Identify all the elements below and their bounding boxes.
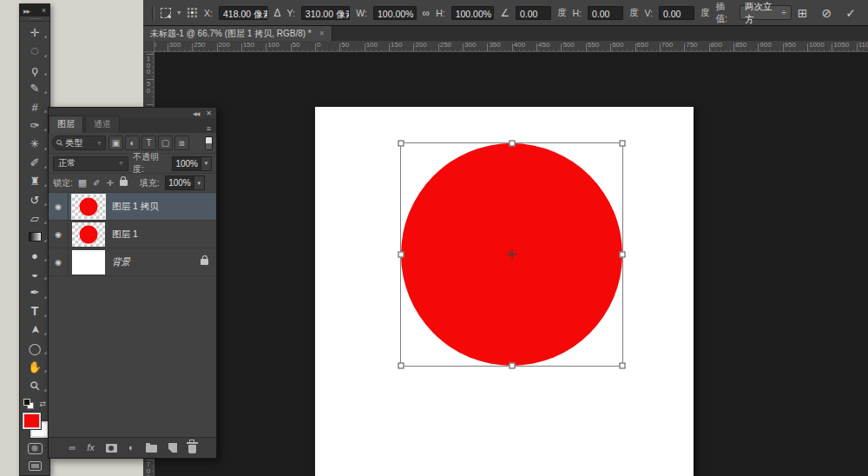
tab-close-icon[interactable]: × [319,29,325,38]
transform-handle-e[interactable] [620,252,626,258]
layer-row[interactable]: ◉背景 [49,248,216,276]
transform-handle-w[interactable] [398,252,404,258]
foreground-color-swatch[interactable] [23,413,41,429]
transform-handle-n[interactable] [509,141,515,147]
document-tab[interactable]: 未标题-1 @ 66.7% (图层 1 拷贝, RGB/8) * × [143,26,332,41]
interpolation-select[interactable]: 两次立方 ÷ [740,5,792,20]
swap-colors-icon[interactable]: ⇄ [39,400,46,408]
dodge-tool[interactable]: ◒ [20,265,49,283]
opacity-value[interactable]: 100% [172,156,201,171]
new-adjustment-layer-icon[interactable]: ◐ [128,443,135,453]
visibility-eye-icon[interactable]: ◉ [55,258,62,267]
fill-control[interactable]: 100% ▾ [165,175,205,190]
quick-mask-button[interactable] [28,443,43,454]
fill-arrow-icon[interactable]: ▾ [194,175,205,190]
clone-stamp-tool[interactable]: ♜ [20,172,49,190]
maintain-aspect-ratio-icon[interactable]: ∞ [423,7,431,19]
tab-channels[interactable]: 通道 [85,116,120,133]
relative-position-icon[interactable]: Δ [274,7,281,19]
x-input[interactable]: 418.00 像素 [219,6,267,20]
elliptical-marquee-tool[interactable]: ◌ [20,42,49,60]
filter-pixel-layers-icon[interactable]: ▣ [108,136,123,150]
pen-tool[interactable]: ✒ [20,283,49,301]
layer-row[interactable]: ◉图层 1 [49,221,216,248]
visibility-eye-icon[interactable]: ◉ [55,202,62,211]
tools-collapse-icon[interactable]: ▶▶ [23,8,30,14]
lock-transparent-icon[interactable]: ▦ [78,178,87,188]
rotate-input[interactable]: 0.00 [516,6,551,20]
add-layer-mask-icon[interactable] [106,444,117,453]
tab-layers[interactable]: 图层 [49,116,83,133]
transform-handle-se[interactable] [620,363,626,369]
lasso-tool[interactable]: ϙ [20,61,49,79]
zoom-tool[interactable]: ⚲ [20,376,49,394]
opacity-arrow-icon[interactable]: ▾ [201,156,212,171]
warp-mode-icon[interactable]: ⊞ [798,6,808,20]
panel-close-icon[interactable]: ✕ [206,109,212,117]
gradient-tool[interactable] [20,228,49,246]
tools-panel-header[interactable]: ▶▶ × [20,4,49,17]
crop-tool-icon: # [31,102,37,113]
h-skew-input[interactable]: 0.00 [588,6,623,20]
hand-tool[interactable]: ✋ [20,358,49,376]
new-group-icon[interactable] [146,445,157,453]
blur-tool[interactable]: ● [20,246,49,264]
fill-value[interactable]: 100% [165,175,194,190]
lock-position-icon[interactable]: ✛ [107,179,114,188]
opacity-control[interactable]: 100% ▾ [172,156,212,171]
tools-close-icon[interactable]: × [42,6,46,15]
filter-shape-layers-icon[interactable]: ▢ [158,136,173,150]
quick-selection-tool[interactable]: ✎ [20,79,49,97]
delete-layer-icon[interactable] [188,445,196,453]
x-label: X: [204,8,213,18]
spot-healing-brush-tool[interactable]: ✳ [20,135,49,153]
path-selection-tool[interactable]: ➤ [20,321,49,339]
pasteboard [143,52,868,476]
move-tool[interactable]: ✛ [20,23,49,42]
eraser-tool[interactable]: ▱ [20,209,49,228]
lock-pixels-icon[interactable]: ✐ [93,179,100,188]
transform-handle-sw[interactable] [398,363,404,369]
ruler-corner[interactable] [143,41,155,52]
history-brush-tool[interactable]: ↺ [20,190,49,208]
transform-handle-ne[interactable] [620,141,626,147]
horizontal-ruler[interactable]: 3503002502001501005005010015020025030035… [155,41,868,52]
y-input[interactable]: 310.00 像素 [301,6,350,20]
transform-handle-s[interactable] [509,363,515,369]
filter-type-select[interactable]: ⚲ 类型 ÷ [52,136,106,150]
ellipse-tool[interactable]: ◯ [20,339,49,357]
tools-drag-grip[interactable] [20,17,49,22]
document-canvas[interactable] [315,107,694,476]
cancel-transform-icon[interactable]: ⊘ [822,6,832,20]
new-layer-icon[interactable] [168,443,177,453]
eyedropper-tool[interactable]: ✑ [20,116,49,135]
visibility-eye-icon[interactable]: ◉ [55,230,62,239]
commit-transform-icon[interactable]: ✓ [845,6,856,20]
blend-mode-select[interactable]: 正常 ÷ [53,156,128,171]
layer-effects-icon[interactable]: fx [87,443,95,453]
options-bar-grip[interactable] [152,6,155,20]
width-input[interactable]: 100.00% [373,6,417,20]
filter-toggle[interactable] [205,136,213,150]
link-layers-icon[interactable]: ∞ [69,443,76,453]
lock-all-icon[interactable] [120,180,128,186]
filter-adjustment-layers-icon[interactable]: ◐ [125,136,140,150]
filter-smart-objects-icon[interactable]: ⧈ [174,136,189,150]
height-input[interactable]: 100.00% [451,6,495,20]
transform-handle-nw[interactable] [398,141,404,147]
transform-reference-point[interactable] [506,249,517,261]
brush-tool[interactable]: ✐ [20,154,49,172]
screen-mode-button[interactable] [29,461,42,471]
v-skew-input[interactable]: 0.00 [659,6,694,20]
layer-row[interactable]: ◉图层 1 拷贝 [49,193,216,221]
blend-spinner-icon: ÷ [119,159,123,168]
tool-preset-arrow-icon[interactable]: ▾ [177,9,181,17]
crop-tool[interactable]: # [20,97,49,116]
transform-bounding-box[interactable] [400,142,623,367]
type-tool[interactable]: T [20,302,49,321]
default-colors-icon[interactable] [23,399,34,409]
panel-menu-icon[interactable]: ≡ [207,124,216,133]
reference-point-locator[interactable] [187,6,198,19]
filter-type-layers-icon[interactable]: T [141,136,156,150]
panel-collapse-icon[interactable]: ◀◀ [193,110,199,116]
